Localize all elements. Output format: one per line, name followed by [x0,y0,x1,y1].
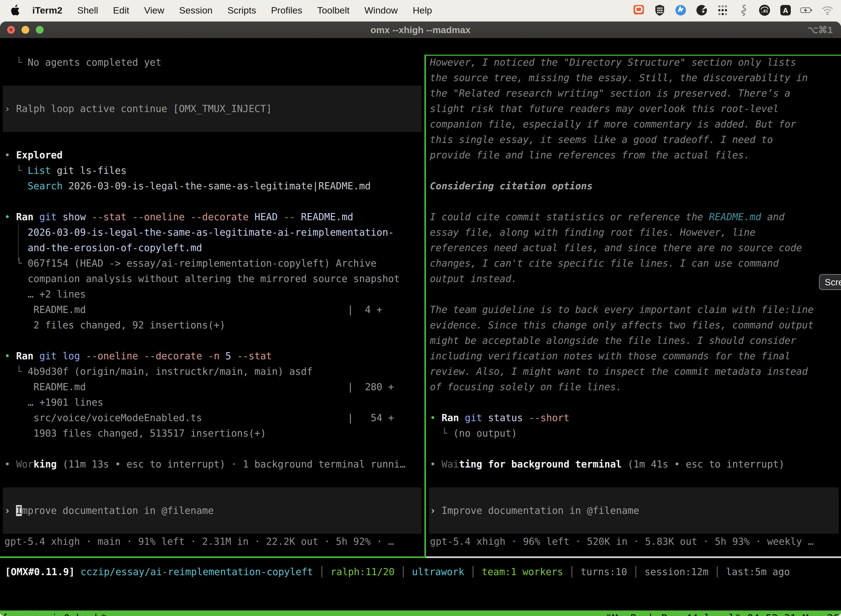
omx-status-line: [OMX#0.11.9] cczip/essay/ai-reimplementa… [0,564,841,579]
pacman-icon[interactable] [695,4,708,16]
reasoning-text-line: The team guideline is to back every impo… [426,302,841,317]
model-status-line: gpt-5.4 xhigh · 96% left · 520K in · 5.8… [426,534,841,549]
reasoning-text-line: I could cite commit statistics or refere… [426,209,841,224]
svg-text:..61: ..61 [761,9,768,13]
reasoning-text-line: this single essay, it seems like a good … [426,132,841,147]
git-show-output-line: companion analysis without altering the … [0,271,424,286]
prompt-input-line: › Improve documentation in @filename [426,503,841,518]
menu-item-session[interactable]: Session [171,5,220,16]
apple-menu-icon[interactable] [10,5,20,16]
menu-item-scripts[interactable]: Scripts [220,5,264,16]
menu-bar: iTerm2ShellEditViewSessionScriptsProfile… [0,0,841,21]
git-log-stat-line: src/voice/voiceModeEnabled.ts | 54 + [0,410,424,425]
left-pane-bottom-border [0,556,424,558]
chat-app-icon[interactable] [632,4,645,16]
menu-item-window[interactable]: Window [357,5,405,16]
git-log-stat-line: README.md | 280 + [0,379,424,395]
screen-tooltip: Scre [819,274,841,290]
reasoning-text-line: provide file and line references from th… [426,147,841,163]
tmux-session-label: [omx-cczip0:bash* [2,610,107,616]
terminal-area: └ No agents completed yet› Ralph loop ac… [0,38,841,616]
menu-item-profiles[interactable]: Profiles [264,5,309,16]
agents-status-line: └ No agents completed yet [0,55,424,70]
menu-item-view[interactable]: View [136,5,171,16]
tmux-host-clock-label: "MacBook-Pro-44.local" 04:52 31-Mar-26 [606,610,840,616]
reasoning-text-line: including verification notes with those … [426,348,841,364]
reasoning-text-line: output instead. [426,271,841,286]
svg-text:A: A [783,6,788,15]
menu-item-shell[interactable]: Shell [70,5,105,16]
menu-item-toolbelt[interactable]: Toolbelt [310,5,357,16]
working-status-line: • Working (11m 13s • esc to interrupt) ·… [0,456,424,472]
dots-grid-icon[interactable] [716,4,729,16]
git-show-arg-line: 2026-03-09-is-legal-the-same-as-legitima… [0,224,424,240]
ran-git-log-line: • Ran git log --oneline --decorate -n 5 … [0,348,424,364]
window-title: omx --xhigh --madmax [0,22,841,38]
explored-search-line: Search 2026-03-09-is-legal-the-same-as-l… [0,178,424,194]
git-show-stat-line: 2 files changed, 92 insertions(+) [0,317,424,333]
right-pane-bottom-border [426,556,841,558]
reasoning-text-line: changes, I can't cite specific file line… [426,255,841,271]
git-log-stat-line: 1903 files changed, 513517 insertions(+) [0,425,424,441]
reasoning-text-line: slight risk that future readers may over… [426,101,841,116]
ralph-loop-line: › Ralph loop active continue [OMX_TMUX_I… [0,101,424,116]
input-source-icon[interactable]: A [779,4,792,16]
git-show-output-line: … +2 lines [0,286,424,302]
window-title-bar: omx --xhigh --madmax ⌥⌘1 [0,22,841,38]
left-terminal-pane[interactable]: └ No agents completed yet› Ralph loop ac… [0,55,424,556]
menu-item-iterm2[interactable]: iTerm2 [25,5,70,16]
git-show-arg-line: and-the-erosion-of-copyleft.md [0,240,424,255]
ran-git-show-line: • Ran git show --stat --oneline --decora… [0,209,424,224]
pane-divider[interactable] [424,55,426,558]
prompt-input-line: › Improve documentation in @filename [0,503,424,518]
blue-badge-icon[interactable] [674,4,687,16]
reasoning-text-line: evidence. Since this change only affects… [426,317,841,333]
reasoning-text-line: of focusing solely on file lines. [426,379,841,395]
reasoning-heading: Considering citation options [426,178,841,194]
iterm-window: omx --xhigh --madmax ⌥⌘1 └ No agents com… [0,22,841,616]
squiggle-icon[interactable] [737,4,750,16]
git-log-output-line: … +1901 lines [0,395,424,410]
menu-item-help[interactable]: Help [405,5,440,16]
explored-list-line: └ List git ls-files [0,163,424,178]
reasoning-text-line: might be acceptable alongside the file l… [426,333,841,348]
reasoning-text-line: the "Related research writing" section i… [426,85,841,101]
screen: iTerm2ShellEditViewSessionScriptsProfile… [0,0,841,616]
reasoning-text-line: companion file, especially if more comme… [426,116,841,132]
waiting-status-line: • Waiting for background terminal (1m 41… [426,456,841,472]
shield-grid-icon[interactable] [653,4,666,16]
reasoning-text-line: the source tree, missing the essay. Stil… [426,70,841,85]
right-terminal-pane[interactable]: However, I noticed the "Directory Struct… [426,55,841,556]
reasoning-text-line: However, I noticed the "Directory Struct… [426,55,841,70]
reasoning-text-line: references need actual files, and since … [426,240,841,255]
git-log-output-line: └ 4b9d30f (origin/main, instructkr/main,… [0,364,424,379]
right-pane-top-border [426,55,841,56]
wifi-icon[interactable] [821,4,834,16]
omx-status-bar: [OMX#0.11.9] cczip/essay/ai-reimplementa… [0,564,841,579]
menu-item-edit[interactable]: Edit [105,5,137,16]
menubar-status-icons: ..61 A [632,4,834,16]
git-show-output-line: └ 067f154 (HEAD -> essay/ai-reimplementa… [0,255,424,271]
reasoning-text-line: review. Also, I might want to inspect th… [426,364,841,379]
tmux-status-bar: [omx-cczip0:bash* "MacBook-Pro-44.local"… [0,610,841,616]
percent-badge-icon[interactable]: ..61 [758,4,771,16]
model-status-line: gpt-5.4 xhigh · main · 91% left · 2.31M … [0,534,424,549]
git-show-stat-line: README.md | 4 + [0,302,424,317]
ran-git-status-line: • Ran git status --short [426,410,841,425]
explored-header: • Explored [0,147,424,163]
reasoning-text-line: essay file, along with finding root file… [426,224,841,240]
git-status-output-line: └ (no output) [426,425,841,441]
window-shortcut-badge: ⌥⌘1 [807,22,833,38]
battery-icon[interactable] [800,4,813,16]
menu-items: iTerm2ShellEditViewSessionScriptsProfile… [25,5,440,16]
